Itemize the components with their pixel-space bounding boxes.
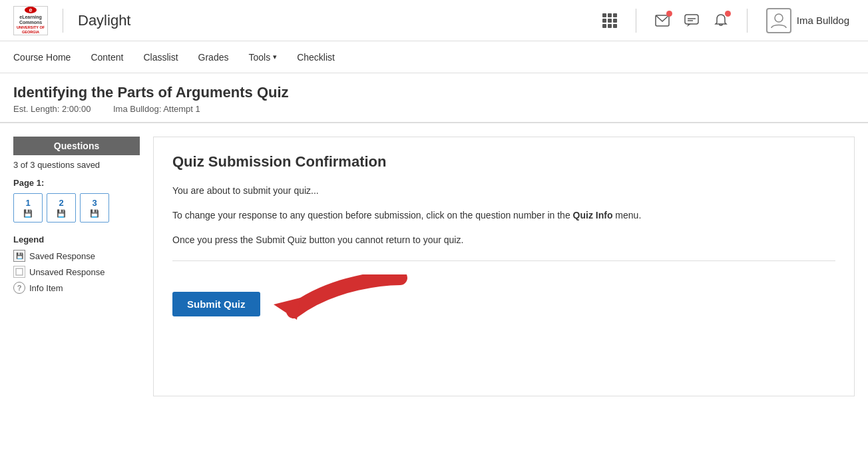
logo-area: e eLearning Commons UNIVERSITY OF GEORGI… <box>13 6 130 35</box>
mail-badge <box>666 11 672 17</box>
nav-content[interactable]: Content <box>91 52 123 63</box>
attempt-label: Ima Bulldog: Attempt 1 <box>113 104 200 114</box>
arrow-svg <box>267 274 413 331</box>
nav-tools[interactable]: Tools ▾ <box>248 52 277 63</box>
nav-grades[interactable]: Grades <box>198 52 229 63</box>
est-length: Est. Length: 2:00:00 <box>13 104 91 114</box>
logo-text-bottom: UNIVERSITY OF GEORGIA <box>15 25 46 34</box>
nav-classlist[interactable]: Classlist <box>143 52 178 63</box>
legend-title: Legend <box>13 234 140 244</box>
legend-info: ? Info Item <box>13 282 140 294</box>
icon-divider-2 <box>747 9 748 33</box>
confirm-text-2: To change your response to any question … <box>172 209 835 223</box>
svg-marker-10 <box>274 298 300 320</box>
question-btn-3[interactable]: 3 💾 <box>80 193 109 223</box>
legend-saved: 💾 Saved Response <box>13 250 140 262</box>
tools-dropdown-arrow: ▾ <box>273 53 277 61</box>
svg-rect-8 <box>16 268 23 275</box>
page-title: Identifying the Parts of Arguments Quiz <box>13 84 855 101</box>
top-bar-right: Ima Bulldog <box>597 8 855 33</box>
question-btn-2[interactable]: 2 💾 <box>47 193 76 223</box>
logo-divider <box>63 9 63 33</box>
arrow-decoration <box>267 274 413 333</box>
page-label: Page 1: <box>13 178 140 188</box>
confirm-title: Quiz Submission Confirmation <box>172 153 835 171</box>
sidebar: Questions 3 of 3 questions saved Page 1:… <box>13 137 140 396</box>
site-title: Daylight <box>78 12 130 29</box>
top-bar: e eLearning Commons UNIVERSITY OF GEORGI… <box>0 0 868 41</box>
mail-button[interactable] <box>650 8 675 33</box>
info-icon: ? <box>13 282 25 294</box>
chat-icon <box>684 14 699 27</box>
icon-divider-1 <box>636 9 636 33</box>
logo-text-top: eLearning Commons <box>15 15 46 26</box>
question-btn-1[interactable]: 1 💾 <box>13 193 43 223</box>
nav-course-home[interactable]: Course Home <box>13 52 71 63</box>
submit-area: Submit Quiz <box>172 274 835 333</box>
page-meta: Est. Length: 2:00:00 Ima Bulldog: Attemp… <box>13 104 855 114</box>
grid-icon <box>602 13 617 28</box>
main-content: Quiz Submission Confirmation You are abo… <box>153 137 855 396</box>
content-area: Questions 3 of 3 questions saved Page 1:… <box>0 123 868 410</box>
saved-text: 3 of 3 questions saved <box>13 159 140 171</box>
submit-quiz-button[interactable]: Submit Quiz <box>172 292 260 316</box>
secondary-nav: Course Home Content Classlist Grades Too… <box>0 41 868 73</box>
logo: e eLearning Commons UNIVERSITY OF GEORGI… <box>13 6 48 35</box>
question-buttons: 1 💾 2 💾 3 💾 <box>13 193 140 223</box>
saved-icon: 💾 <box>13 250 25 262</box>
unsaved-icon <box>13 266 25 278</box>
nav-checklist[interactable]: Checklist <box>297 52 335 63</box>
legend-unsaved: Unsaved Response <box>13 266 140 278</box>
questions-header: Questions <box>13 137 140 155</box>
notifications-button[interactable] <box>708 8 734 33</box>
user-name-label: Ima Bulldog <box>797 15 849 26</box>
confirm-text-3: Once you press the Submit Quiz button yo… <box>172 233 835 247</box>
chat-button[interactable] <box>679 8 704 33</box>
confirm-divider <box>172 260 835 261</box>
grid-menu-button[interactable] <box>597 8 622 33</box>
page-header: Identifying the Parts of Arguments Quiz … <box>0 73 868 123</box>
notifications-badge <box>725 11 731 17</box>
logo-icon: e <box>25 7 37 13</box>
svg-rect-1 <box>685 15 698 24</box>
svg-point-7 <box>775 14 783 22</box>
user-menu[interactable]: Ima Bulldog <box>761 8 855 33</box>
confirm-text-1: You are about to submit your quiz... <box>172 184 835 198</box>
user-avatar <box>766 8 791 33</box>
